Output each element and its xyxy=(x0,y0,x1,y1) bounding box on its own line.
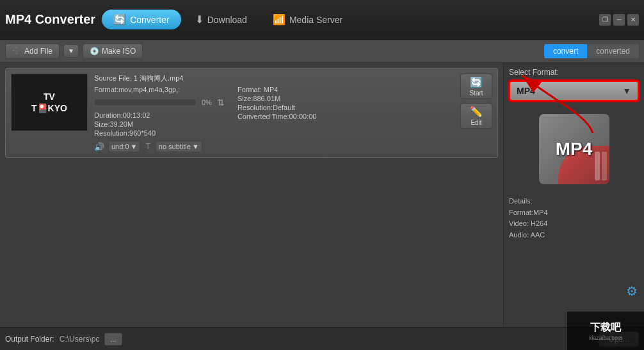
audio-detail: Audio: AAC xyxy=(509,230,548,241)
download-icon: ⬇ xyxy=(195,13,204,26)
output-path: C:\Users\pc xyxy=(60,335,100,344)
start-icon: 🔄 xyxy=(470,76,483,88)
file-item: TVT🎴KYO Source File: 1 淘狗博人.mp4 Format:m… xyxy=(5,68,498,158)
close-button[interactable]: ✕ xyxy=(627,14,639,26)
format-icon-box: MP4 xyxy=(539,114,609,184)
resolution-line: Resolution:960*540 xyxy=(94,129,225,137)
audio-icon: 🔊 xyxy=(94,142,104,152)
format-select-dropdown[interactable]: MP4 ▼ xyxy=(509,81,639,101)
window-controls: ❐ ─ ✕ xyxy=(599,14,639,26)
select-format-label: Select Format: xyxy=(509,68,559,77)
add-file-button[interactable]: ➕ Add File xyxy=(5,44,60,59)
tab-converter-label: Converter xyxy=(130,15,169,25)
file-source: Source File: 1 淘狗博人.mp4 xyxy=(94,74,454,83)
media-server-icon: 📶 xyxy=(273,13,286,26)
tab-download[interactable]: ⬇ Download xyxy=(184,10,259,29)
subtitle-chevron-icon: ▼ xyxy=(192,143,199,150)
convert-tab[interactable]: convert xyxy=(544,44,587,58)
edit-icon: ✏️ xyxy=(470,106,483,118)
progress-row: 0% ⇅ xyxy=(94,97,225,107)
format-dropdown-arrow-icon: ▼ xyxy=(622,86,631,96)
tab-download-label: Download xyxy=(207,15,247,25)
make-iso-button[interactable]: 💿 Make ISO xyxy=(83,44,143,59)
progress-text: 0% xyxy=(202,99,212,106)
left-panel: TVT🎴KYO Source File: 1 淘狗博人.mp4 Format:m… xyxy=(0,63,503,327)
add-file-icon: ➕ xyxy=(12,47,22,56)
format-details: Details: Format:MP4 Video: H264 Audio: A… xyxy=(509,196,548,241)
converted-tab[interactable]: converted xyxy=(587,44,639,58)
audio-chevron-icon: ▼ xyxy=(131,143,138,150)
settings-gear-icon[interactable]: ⚙ xyxy=(626,283,638,299)
output-resolution: Resolution:Default xyxy=(237,104,317,111)
tab-media-server-label: Media Server xyxy=(289,15,342,25)
format-detail: Format:MP4 xyxy=(509,207,548,219)
output-size: Size:886.01M xyxy=(237,95,317,102)
audio-subtitle-row: 🔊 und:0 ▼ T no subtitle ▼ xyxy=(94,141,454,152)
file-info: Source File: 1 淘狗博人.mp4 Format:mov,mp4,m… xyxy=(94,74,454,152)
subtitle-select[interactable]: no subtitle ▼ xyxy=(156,141,202,152)
converted-time: Converted Time:00:00:00 xyxy=(237,113,317,120)
main-content: TVT🎴KYO Source File: 1 淘狗博人.mp4 Format:m… xyxy=(0,63,644,327)
tab-converter[interactable]: 🔄 Converter xyxy=(102,10,181,29)
start-button[interactable]: 🔄 Start xyxy=(460,74,492,99)
nav-tabs: 🔄 Converter ⬇ Download 📶 Media Server xyxy=(102,10,599,29)
title-bar: MP4 Converter 🔄 Converter ⬇ Download 📶 M… xyxy=(0,0,644,40)
restore-button[interactable]: ❐ xyxy=(599,14,611,26)
app-title: MP4 Converter xyxy=(5,12,95,27)
format-select-value: MP4 xyxy=(517,86,535,96)
minimize-button[interactable]: ─ xyxy=(613,14,625,26)
watermark-en-text: xiazaiba.com xyxy=(589,335,623,341)
meta-right: Format: MP4 Size:886.01M Resolution:Defa… xyxy=(237,86,317,137)
watermark-cn-text: 下载吧 xyxy=(590,321,621,335)
duration-line: Duration:00:13:02 xyxy=(94,111,225,119)
format-line: Format:mov,mp4,m4a,3gp,: xyxy=(94,86,225,93)
make-iso-icon: 💿 xyxy=(90,47,99,56)
convert-tabs: convert converted xyxy=(544,44,639,58)
text-icon: T xyxy=(145,142,150,151)
converter-icon: 🔄 xyxy=(113,13,126,26)
sort-icon: ⇅ xyxy=(217,97,225,107)
output-folder-label: Output Folder: xyxy=(5,335,54,344)
watermark: 下载吧 xiazaiba.com xyxy=(567,312,644,350)
meta-left: Format:mov,mp4,m4a,3gp,: 0% ⇅ Duration:0… xyxy=(94,86,225,137)
size-line: Size:39.20M xyxy=(94,120,225,128)
video-detail: Video: H264 xyxy=(509,218,548,230)
edit-button[interactable]: ✏️ Edit xyxy=(460,103,492,129)
file-meta: Format:mov,mp4,m4a,3gp,: 0% ⇅ Duration:0… xyxy=(94,86,454,137)
output-format: Format: MP4 xyxy=(237,86,317,93)
toolbar: ➕ Add File ▼ 💿 Make ISO convert converte… xyxy=(0,40,644,63)
bottom-bar: Output Folder: C:\Users\pc ... Ope... xyxy=(0,327,644,350)
browse-button[interactable]: ... xyxy=(104,333,122,346)
right-panel: Select Format: MP4 ▼ MP4 Details: Format… xyxy=(503,63,644,327)
file-actions: 🔄 Start ✏️ Edit xyxy=(460,74,492,129)
audio-select[interactable]: und:0 ▼ xyxy=(108,141,140,152)
tab-media-server[interactable]: 📶 Media Server xyxy=(261,10,354,29)
file-thumbnail: TVT🎴KYO xyxy=(11,74,88,131)
add-file-dropdown-button[interactable]: ▼ xyxy=(63,44,79,58)
format-icon-label: MP4 xyxy=(556,139,593,159)
progress-bar xyxy=(94,99,197,106)
details-label: Details: xyxy=(509,196,548,207)
thumbnail-logo: TVT🎴KYO xyxy=(31,91,67,114)
format-icon-area: MP4 xyxy=(509,114,639,184)
